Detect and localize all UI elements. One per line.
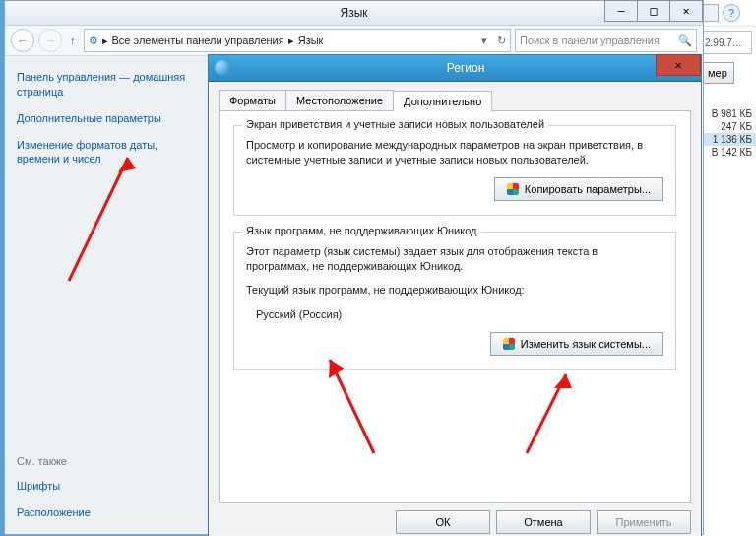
group-desc: Просмотр и копирование международных пар…: [246, 138, 663, 168]
see-also-label: См. также: [17, 455, 196, 467]
breadcrumb-sep: ▸: [288, 34, 294, 47]
peek-header: ?: [697, 0, 756, 27]
tab-advanced-page: Экран приветствия и учетные записи новых…: [219, 110, 691, 502]
sidebar-link-advanced[interactable]: Дополнительные параметры: [17, 111, 196, 126]
breadcrumb-root[interactable]: Все элементы панели управления: [112, 34, 284, 46]
sidebar-link-datetime-formats[interactable]: Изменение форматов даты, времени и чисел: [17, 138, 196, 168]
search-placeholder: Поиск в панели управления: [520, 34, 678, 46]
peek-breadcrumb[interactable]: 2.99.7…: [701, 31, 752, 54]
tab-formats[interactable]: Форматы: [219, 90, 286, 110]
dialog-button-row: ОК Отмена Применить: [209, 502, 701, 536]
forward-button[interactable]: →: [38, 29, 62, 52]
region-dialog: Регион ✕ Форматы Местоположение Дополнит…: [208, 54, 702, 536]
change-system-locale-button[interactable]: Изменить язык системы...: [490, 332, 663, 356]
control-panel-icon: ⚙: [89, 34, 98, 47]
region-titlebar[interactable]: Регион ✕: [209, 55, 701, 82]
sidebar-link-home[interactable]: Панель управления — домашняя страница: [17, 70, 196, 100]
breadcrumb-sep: ▸: [102, 34, 108, 47]
breadcrumb-leaf[interactable]: Язык: [298, 34, 324, 46]
globe-icon: [215, 60, 230, 76]
group-desc: Этот параметр (язык системы) задает язык…: [246, 244, 663, 274]
current-locale-label: Текущий язык программ, не поддерживающих…: [246, 283, 663, 298]
file-size: 1 136 КБ: [697, 133, 756, 146]
background-explorer-strip: ? 2.99.7… мер В 981 КБ 247 КБ 1 136 КБ В…: [696, 0, 756, 536]
tab-advanced[interactable]: Дополнительно: [393, 91, 492, 111]
region-tabs: Форматы Местоположение Дополнительно: [209, 82, 701, 110]
minimize-button[interactable]: —: [604, 0, 638, 22]
back-button[interactable]: ←: [11, 29, 34, 52]
file-size: В 142 КБ: [697, 146, 756, 159]
group-non-unicode: Язык программ, не поддерживающих Юникод …: [233, 232, 676, 370]
sidebar: Панель управления — домашняя страница До…: [5, 56, 208, 534]
ok-button[interactable]: ОК: [396, 510, 490, 534]
search-icon: 🔍: [678, 34, 692, 47]
group-welcome-screen: Экран приветствия и учетные записи новых…: [233, 125, 676, 216]
refresh-icon[interactable]: ↻: [491, 34, 506, 47]
region-close-button[interactable]: ✕: [656, 54, 701, 76]
file-size: В 981 КБ: [697, 107, 756, 120]
file-size: 247 КБ: [697, 120, 756, 133]
address-breadcrumb[interactable]: ⚙ ▸ Все элементы панели управления ▸ Язы…: [84, 29, 512, 52]
sidebar-link-location[interactable]: Расположение: [17, 505, 196, 520]
sidebar-link-fonts[interactable]: Шрифты: [17, 479, 196, 494]
window-title: Язык: [5, 6, 703, 20]
help-icon[interactable]: ?: [723, 4, 740, 22]
tab-location[interactable]: Местоположение: [285, 90, 394, 110]
peek-button[interactable]: мер: [701, 62, 734, 84]
cancel-button[interactable]: Отмена: [496, 510, 591, 534]
nav-toolbar: ← → ↑ ⚙ ▸ Все элементы панели управления…: [5, 26, 703, 56]
language-titlebar: Язык — □ ✕: [5, 1, 703, 26]
group-legend: Экран приветствия и учетные записи новых…: [242, 118, 548, 130]
breadcrumb-dropdown-icon[interactable]: ▾: [481, 34, 487, 47]
maximize-button[interactable]: □: [637, 0, 670, 22]
uac-shield-icon: [507, 183, 519, 195]
up-button[interactable]: ↑: [66, 34, 80, 46]
search-box[interactable]: Поиск в панели управления 🔍: [515, 29, 697, 52]
close-button[interactable]: ✕: [669, 0, 703, 22]
uac-shield-icon: [503, 338, 515, 350]
copy-settings-button[interactable]: Копировать параметры...: [494, 177, 663, 201]
apply-button[interactable]: Применить: [597, 510, 691, 534]
current-locale-value: Русский (Россия): [246, 307, 663, 322]
region-title: Регион: [230, 61, 701, 75]
group-legend: Язык программ, не поддерживающих Юникод: [242, 225, 481, 236]
